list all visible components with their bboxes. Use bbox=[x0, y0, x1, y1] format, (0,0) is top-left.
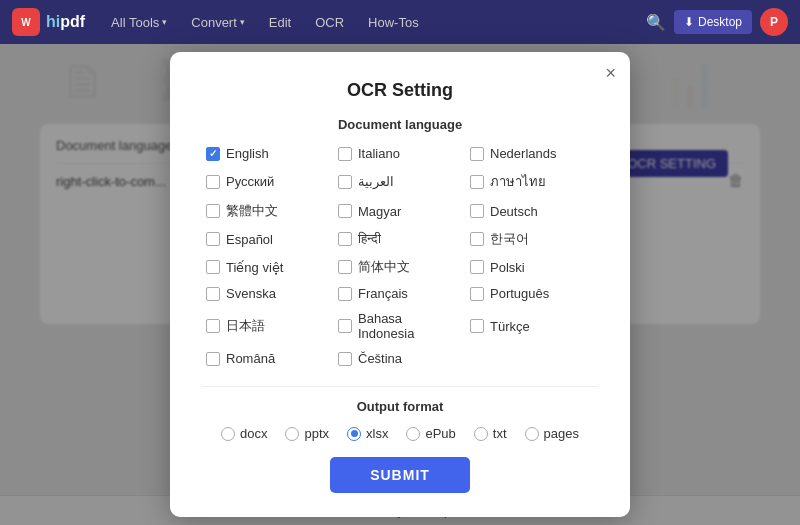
lang-checkbox-svenska[interactable] bbox=[206, 287, 220, 301]
lang-checkbox-turkce[interactable] bbox=[470, 319, 484, 333]
avatar[interactable]: P bbox=[760, 8, 788, 36]
lang-item-portugues[interactable]: Português bbox=[466, 284, 598, 303]
lang-item-english[interactable]: English bbox=[202, 144, 334, 163]
lang-label-russian: Русский bbox=[226, 174, 274, 189]
format-option-docx[interactable]: docx bbox=[221, 426, 267, 441]
wondershare-logo: W bbox=[12, 8, 40, 36]
lang-item-magyar[interactable]: Magyar bbox=[334, 200, 466, 222]
lang-item-nederlands[interactable]: Nederlands bbox=[466, 144, 598, 163]
lang-label-thai: ภาษาไทย bbox=[490, 171, 546, 192]
lang-checkbox-romana[interactable] bbox=[206, 352, 220, 366]
lang-item-korean[interactable]: 한국어 bbox=[466, 228, 598, 250]
lang-checkbox-korean[interactable] bbox=[470, 232, 484, 246]
lang-label-japanese: 日本語 bbox=[226, 317, 265, 335]
lang-label-traditional-chinese: 繁體中文 bbox=[226, 202, 278, 220]
lang-item-francais[interactable]: Français bbox=[334, 284, 466, 303]
lang-checkbox-nederlands[interactable] bbox=[470, 147, 484, 161]
lang-item-tieng-viet[interactable]: Tiếng việt bbox=[202, 256, 334, 278]
lang-checkbox-japanese[interactable] bbox=[206, 319, 220, 333]
hipdf-logo-text: hipdf bbox=[46, 13, 85, 31]
output-format-label: Output format bbox=[202, 399, 598, 414]
lang-checkbox-francais[interactable] bbox=[338, 287, 352, 301]
radio-circle-epub[interactable] bbox=[406, 427, 420, 441]
navbar: W hipdf All Tools ▾ Convert ▾ Edit OCR H… bbox=[0, 0, 800, 44]
format-label-xlsx: xlsx bbox=[366, 426, 388, 441]
lang-checkbox-magyar[interactable] bbox=[338, 204, 352, 218]
lang-label-bahasa: Bahasa Indonesia bbox=[358, 311, 462, 341]
lang-checkbox-arabic[interactable] bbox=[338, 175, 352, 189]
lang-item-espanol[interactable]: Español bbox=[202, 228, 334, 250]
lang-item-russian[interactable]: Русский bbox=[202, 169, 334, 194]
lang-checkbox-thai[interactable] bbox=[470, 175, 484, 189]
lang-checkbox-polski[interactable] bbox=[470, 260, 484, 274]
format-option-pages[interactable]: pages bbox=[525, 426, 579, 441]
lang-checkbox-traditional-chinese[interactable] bbox=[206, 204, 220, 218]
ocr-setting-modal: × OCR Setting Document language EnglishI… bbox=[170, 52, 630, 517]
search-icon[interactable]: 🔍 bbox=[646, 13, 666, 32]
nav-menu: All Tools ▾ Convert ▾ Edit OCR How-Tos bbox=[101, 9, 638, 36]
lang-item-hindi[interactable]: हिन्दी bbox=[334, 228, 466, 250]
lang-label-magyar: Magyar bbox=[358, 204, 401, 219]
lang-item-italiano[interactable]: Italiano bbox=[334, 144, 466, 163]
format-option-pptx[interactable]: pptx bbox=[285, 426, 329, 441]
close-button[interactable]: × bbox=[605, 64, 616, 82]
lang-checkbox-italiano[interactable] bbox=[338, 147, 352, 161]
lang-checkbox-tieng-viet[interactable] bbox=[206, 260, 220, 274]
lang-label-turkce: Türkçe bbox=[490, 319, 530, 334]
lang-checkbox-bahasa[interactable] bbox=[338, 319, 352, 333]
radio-circle-pptx[interactable] bbox=[285, 427, 299, 441]
lang-item-deutsch[interactable]: Deutsch bbox=[466, 200, 598, 222]
nav-edit[interactable]: Edit bbox=[259, 9, 301, 36]
lang-item-traditional-chinese[interactable]: 繁體中文 bbox=[202, 200, 334, 222]
nav-convert[interactable]: Convert ▾ bbox=[181, 9, 255, 36]
ws-icon: W bbox=[21, 17, 30, 28]
chevron-down-icon: ▾ bbox=[240, 17, 245, 27]
radio-circle-xlsx[interactable] bbox=[347, 427, 361, 441]
lang-checkbox-simplified-chinese[interactable] bbox=[338, 260, 352, 274]
submit-button[interactable]: SUBMIT bbox=[330, 457, 470, 493]
doc-language-section-label: Document language bbox=[202, 117, 598, 132]
lang-item-simplified-chinese[interactable]: 简体中文 bbox=[334, 256, 466, 278]
nav-right: 🔍 ⬇ Desktop P bbox=[646, 8, 788, 36]
radio-circle-pages[interactable] bbox=[525, 427, 539, 441]
lang-label-tieng-viet: Tiếng việt bbox=[226, 260, 283, 275]
nav-how-tos[interactable]: How-Tos bbox=[358, 9, 429, 36]
modal-overlay: × OCR Setting Document language EnglishI… bbox=[0, 44, 800, 525]
format-option-xlsx[interactable]: xlsx bbox=[347, 426, 388, 441]
lang-item-bahasa[interactable]: Bahasa Indonesia bbox=[334, 309, 466, 343]
lang-label-korean: 한국어 bbox=[490, 230, 529, 248]
lang-item-arabic[interactable]: العربية bbox=[334, 169, 466, 194]
nav-all-tools[interactable]: All Tools ▾ bbox=[101, 9, 177, 36]
format-option-epub[interactable]: ePub bbox=[406, 426, 455, 441]
lang-label-italiano: Italiano bbox=[358, 146, 400, 161]
lang-item-turkce[interactable]: Türkçe bbox=[466, 309, 598, 343]
lang-label-espanol: Español bbox=[226, 232, 273, 247]
radio-circle-txt[interactable] bbox=[474, 427, 488, 441]
lang-label-english: English bbox=[226, 146, 269, 161]
lang-checkbox-english[interactable] bbox=[206, 147, 220, 161]
lang-item-romana[interactable]: Română bbox=[202, 349, 334, 368]
lang-item-thai[interactable]: ภาษาไทย bbox=[466, 169, 598, 194]
lang-checkbox-cestina[interactable] bbox=[338, 352, 352, 366]
format-label-pages: pages bbox=[544, 426, 579, 441]
radio-circle-docx[interactable] bbox=[221, 427, 235, 441]
desktop-button[interactable]: ⬇ Desktop bbox=[674, 10, 752, 34]
output-format-options: docxpptxxlsxePubtxtpages bbox=[202, 426, 598, 441]
chevron-down-icon: ▾ bbox=[162, 17, 167, 27]
logo[interactable]: W hipdf bbox=[12, 8, 85, 36]
lang-item-cestina[interactable]: Čeština bbox=[334, 349, 466, 368]
format-option-txt[interactable]: txt bbox=[474, 426, 507, 441]
lang-item-svenska[interactable]: Svenska bbox=[202, 284, 334, 303]
lang-item-japanese[interactable]: 日本語 bbox=[202, 309, 334, 343]
language-grid: EnglishItalianoNederlandsРусскийالعربيةภ… bbox=[202, 144, 598, 368]
desktop-icon: ⬇ bbox=[684, 15, 694, 29]
lang-checkbox-deutsch[interactable] bbox=[470, 204, 484, 218]
lang-label-francais: Français bbox=[358, 286, 408, 301]
lang-checkbox-hindi[interactable] bbox=[338, 232, 352, 246]
lang-checkbox-portugues[interactable] bbox=[470, 287, 484, 301]
nav-ocr[interactable]: OCR bbox=[305, 9, 354, 36]
lang-item-polski[interactable]: Polski bbox=[466, 256, 598, 278]
lang-checkbox-russian[interactable] bbox=[206, 175, 220, 189]
lang-label-nederlands: Nederlands bbox=[490, 146, 557, 161]
lang-checkbox-espanol[interactable] bbox=[206, 232, 220, 246]
